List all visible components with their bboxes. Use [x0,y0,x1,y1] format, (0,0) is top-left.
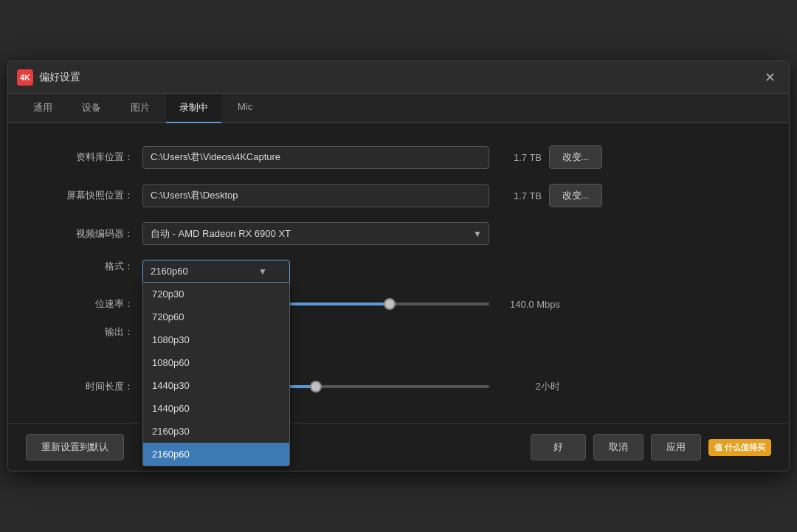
screenshot-input[interactable] [142,184,489,207]
title-bar: 4K 偏好设置 ✕ [8,61,789,94]
duration-label: 时间长度： [45,380,134,393]
cancel-button[interactable]: 取消 [593,434,644,460]
content-area: 资料库位置： 1.7 TB 改变... 屏幕快照位置： 1.7 TB 改变...… [8,123,789,423]
bottom-right-buttons: 好 取消 应用 值 什么值得买 [531,434,771,460]
tab-picture[interactable]: 图片 [117,94,163,123]
encoder-label: 视频编码器： [45,227,134,241]
format-select-box[interactable]: 2160p60 ▼ [142,260,290,283]
screenshot-storage: 1.7 TB [501,190,542,201]
tab-bar: 通用 设备 图片 录制中 Mic [8,94,789,123]
encoder-row: 视频编码器： 自动 - AMD Radeon RX 6900 XT ▼ [45,222,752,245]
format-dropdown-area: 2160p60 ▼ 720p30 720p60 1080p30 1080p60 … [142,260,290,283]
library-storage: 1.7 TB [501,152,542,163]
bottom-bar: 重新设置到默认 好 取消 应用 值 什么值得买 [8,423,789,471]
format-arrow-icon: ▼ [258,266,267,277]
library-row: 资料库位置： 1.7 TB 改变... [45,145,752,169]
format-dropdown-list: 720p30 720p60 1080p30 1080p60 1440p30 14… [142,283,290,466]
reset-button[interactable]: 重新设置到默认 [26,434,124,460]
screenshot-label: 屏幕快照位置： [45,189,134,202]
app-icon: 4K [17,69,33,86]
format-option-1440p60[interactable]: 1440p60 [143,397,289,420]
screenshot-change-button[interactable]: 改变... [549,184,602,207]
tab-device[interactable]: 设备 [69,94,114,123]
close-button[interactable]: ✕ [761,69,779,86]
duration-value: 2小时 [501,380,560,393]
format-selected-value: 2160p60 [151,266,188,277]
library-input[interactable] [142,146,489,169]
format-option-1080p30[interactable]: 1080p30 [143,328,289,351]
apply-button[interactable]: 应用 [651,434,701,460]
screenshot-row: 屏幕快照位置： 1.7 TB 改变... [45,184,752,207]
format-option-2160p60[interactable]: 2160p60 [143,443,289,466]
format-option-720p30[interactable]: 720p30 [143,283,289,305]
tab-general[interactable]: 通用 [20,94,66,123]
format-option-1440p30[interactable]: 1440p30 [143,374,289,397]
tab-mic[interactable]: Mic [224,94,266,123]
format-label: 格式： [45,260,134,273]
window-title: 偏好设置 [39,71,80,84]
encoder-select[interactable]: 自动 - AMD Radeon RX 6900 XT [142,222,489,245]
encoder-select-wrapper: 自动 - AMD Radeon RX 6900 XT ▼ [142,222,489,245]
ok-button[interactable]: 好 [531,434,586,460]
bitrate-value: 140.0 Mbps [501,299,560,310]
format-option-720p60[interactable]: 720p60 [143,305,289,328]
format-option-2160p30[interactable]: 2160p30 [143,420,289,443]
watermark-badge: 值 什么值得买 [708,439,771,456]
output-label: 输出： [45,325,134,339]
format-row: 格式： 2160p60 ▼ 720p30 720p60 1080p30 1080… [45,260,752,283]
tab-recording[interactable]: 录制中 [166,94,221,123]
library-label: 资料库位置： [45,151,134,164]
bitrate-label: 位速率： [45,297,134,311]
settings-window: 4K 偏好设置 ✕ 通用 设备 图片 录制中 Mic 资料库位置： 1.7 TB… [7,61,790,471]
library-change-button[interactable]: 改变... [549,145,602,169]
format-option-1080p60[interactable]: 1080p60 [143,351,289,374]
